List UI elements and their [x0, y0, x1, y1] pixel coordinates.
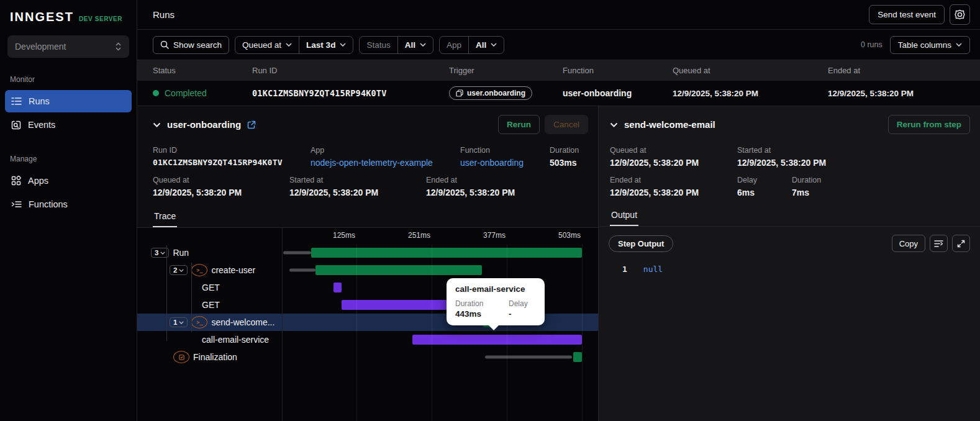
trace-span-bar-http[interactable] — [333, 283, 342, 292]
collapse-step-chevron-icon[interactable] — [610, 122, 618, 127]
trace-expander[interactable]: 1 — [170, 317, 188, 327]
column-header-function[interactable]: Function — [563, 66, 673, 75]
trace-bar-lane — [282, 261, 582, 279]
step-delay-value: 6ms — [737, 188, 792, 197]
column-header-trigger[interactable]: Trigger — [449, 66, 563, 75]
dev-server-badge: DEV SERVER — [79, 16, 122, 22]
function-link[interactable]: user-onboarding — [460, 158, 550, 168]
trace-axis — [137, 228, 598, 244]
rerun-button[interactable]: Rerun — [498, 115, 540, 134]
chevron-down-icon — [179, 321, 184, 324]
trace-span-bar-success[interactable] — [573, 352, 582, 362]
apps-icon — [11, 176, 21, 186]
tooltip-delay-label: Delay — [509, 299, 536, 308]
trace-span-bar-delay[interactable] — [283, 251, 311, 255]
trace-span-name: GET — [202, 300, 220, 310]
show-search-label: Show search — [173, 40, 222, 50]
column-header-run-id[interactable]: Run ID — [252, 66, 449, 75]
run-id-label: Run ID — [153, 146, 311, 155]
app-window: INNGEST DEV SERVER Development Monitor R… — [0, 0, 980, 421]
expand-button[interactable] — [952, 235, 970, 252]
runs-icon — [11, 97, 22, 106]
run-id-cell: 01KC1ZMSBNY9ZQT415RP94K0TV — [252, 88, 449, 98]
time-field-dropdown[interactable]: Queued at — [235, 37, 299, 53]
sidebar-item-runs[interactable]: Runs — [5, 90, 132, 112]
trace-span-bar-delay[interactable] — [289, 269, 315, 272]
chevron-down-icon — [179, 269, 184, 272]
time-filter: Queued at Last 3d — [235, 36, 353, 54]
show-search-button[interactable]: Show search — [153, 36, 229, 54]
topbar: Runs Send test event — [137, 0, 980, 30]
trace-row-label: Finalization — [137, 348, 282, 366]
sidebar-item-label: Functions — [29, 199, 68, 209]
step-detail-panel: send-welcome-email Rerun from step Queue… — [598, 106, 980, 421]
app-filter-label: App — [440, 37, 468, 53]
trace-bar-lane — [282, 331, 582, 348]
app-filter-dropdown[interactable]: All — [468, 37, 504, 53]
trace-label-divider — [282, 228, 283, 421]
sidebar-item-label: Events — [28, 120, 55, 130]
app-filter[interactable]: App All — [439, 36, 504, 54]
step-duration-label: Duration — [792, 176, 980, 184]
tab-trace[interactable]: Trace — [153, 209, 177, 227]
logo-row: INNGEST DEV SERVER — [0, 10, 137, 35]
sidebar-item-events[interactable]: Events — [5, 114, 132, 136]
status-filter-dropdown[interactable]: All — [397, 37, 433, 53]
step-ended-at-field: Ended at 12/9/2025, 5:38:20 PM — [610, 176, 737, 197]
trace-span-bar-http[interactable] — [412, 335, 582, 345]
duration-field: Duration 503ms — [550, 146, 598, 168]
trace-row[interactable]: Finalization — [137, 348, 598, 366]
send-test-event-button[interactable]: Send test event — [869, 5, 945, 24]
sidebar-item-label: Runs — [29, 96, 50, 106]
status-filter[interactable]: Status All — [359, 36, 433, 54]
started-at-value: 12/9/2025, 5:38:20 PM — [289, 188, 426, 197]
app-link[interactable]: nodejs-open-telemetry-example — [311, 158, 460, 168]
chevron-down-icon — [340, 43, 346, 47]
page-title: Runs — [153, 9, 175, 20]
trace-span-bar-http[interactable] — [342, 300, 453, 310]
chevron-down-icon — [420, 43, 426, 47]
environment-select[interactable]: Development — [7, 35, 129, 58]
trace-row[interactable]: 2>_create-user — [137, 261, 598, 279]
trace-span-bar-delay[interactable] — [485, 356, 572, 359]
table-columns-button[interactable]: Table columns — [890, 36, 970, 54]
rerun-from-step-button[interactable]: Rerun from step — [888, 115, 970, 134]
copy-button[interactable]: Copy — [892, 235, 925, 252]
trigger-badge[interactable]: user.onboarding — [449, 86, 532, 100]
run-id-field: Run ID 01KC1ZMSBNY9ZQT415RP94K0TV — [153, 146, 311, 168]
column-header-ended-at[interactable]: Ended at — [828, 66, 980, 75]
sidebar-item-functions[interactable]: Functions — [5, 193, 132, 215]
trace-row-label: GET — [137, 296, 282, 314]
external-link-icon[interactable] — [247, 120, 256, 129]
collapse-run-chevron-icon[interactable] — [153, 122, 161, 127]
detail-area: user-onboarding Rerun Cancel Run ID 01KC… — [137, 106, 980, 421]
step-started-at-value: 12/9/2025, 5:38:20 PM — [737, 158, 980, 168]
run-status: Completed — [153, 88, 252, 98]
started-at-label: Started at — [289, 176, 426, 184]
time-range-dropdown[interactable]: Last 3d — [299, 37, 353, 53]
settings-button[interactable] — [950, 4, 970, 25]
column-header-status[interactable]: Status — [153, 66, 252, 75]
word-wrap-button[interactable] — [930, 235, 948, 252]
tab-output[interactable]: Output — [610, 207, 638, 226]
trace-span-bar-success[interactable] — [311, 248, 582, 258]
table-columns-label: Table columns — [898, 40, 951, 50]
table-row[interactable]: Completed 01KC1ZMSBNY9ZQT415RP94K0TV use… — [137, 81, 980, 106]
function-label: Function — [460, 146, 550, 155]
step-delay-label: Delay — [737, 176, 792, 184]
expand-icon — [957, 240, 965, 248]
trace-row[interactable]: 3Run — [137, 244, 598, 261]
functions-icon — [11, 200, 22, 209]
cancel-button: Cancel — [545, 115, 588, 134]
tree-line — [191, 263, 192, 332]
step-delay-field: Delay 6ms — [737, 176, 792, 197]
sidebar-item-apps[interactable]: Apps — [5, 170, 132, 192]
environment-select-value: Development — [15, 42, 66, 52]
column-header-queued-at[interactable]: Queued at — [673, 66, 828, 75]
trace-row[interactable]: call-email-service — [137, 331, 598, 348]
inngest-logo: INNGEST — [10, 10, 74, 24]
search-icon — [160, 40, 169, 49]
trace-expander[interactable]: 2 — [170, 265, 188, 275]
sidebar-item-label: Apps — [28, 176, 48, 186]
trace-span-bar-success[interactable] — [315, 265, 482, 275]
